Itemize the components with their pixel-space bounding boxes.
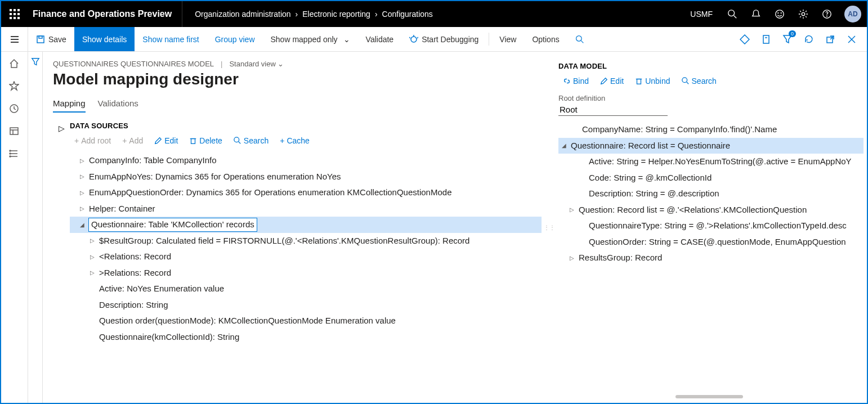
search-button[interactable]: Search (677, 75, 721, 87)
edit-button[interactable]: Edit (596, 75, 628, 87)
workspace-icon[interactable] (9, 126, 20, 137)
expand-icon[interactable]: ◢ (561, 141, 567, 150)
show-name-first-button[interactable]: Show name first (135, 27, 207, 51)
recent-icon[interactable] (9, 104, 20, 115)
tab-mapping[interactable]: Mapping (53, 98, 86, 113)
tree-node-label: Description: String (99, 299, 168, 312)
tree-node[interactable]: Description: String = @.description (558, 186, 863, 202)
expand-icon[interactable]: ▷ (79, 204, 86, 213)
expand-icon[interactable]: ▷ (79, 172, 86, 181)
svg-rect-7 (14, 17, 16, 19)
svg-rect-28 (763, 35, 769, 43)
close-icon[interactable] (842, 27, 861, 52)
options-menu[interactable]: Options (524, 27, 567, 51)
svg-rect-2 (17, 9, 20, 11)
expand-icon[interactable]: ◢ (79, 221, 86, 229)
svg-rect-21 (39, 36, 42, 38)
tree-node[interactable]: ▷ResultsGroup: Record (558, 250, 863, 266)
filter-icon[interactable] (31, 57, 40, 403)
tree-node[interactable]: ▷EnumAppNoYes: Dynamics 365 for Operatio… (70, 169, 542, 185)
expand-icon[interactable]: ▷ (569, 205, 575, 214)
tree-node[interactable]: Active: String = Helper.NoYesEnumToStrin… (558, 154, 863, 170)
company-code[interactable]: USMF (682, 10, 721, 19)
tree-node[interactable]: QuestionnaireType: String = @.'>Relation… (558, 218, 863, 234)
tree-node[interactable]: ▷$ResultGroup: Calculated field = FIRSTO… (70, 233, 542, 249)
cache-button[interactable]: +Cache (275, 134, 314, 147)
bell-icon[interactable] (744, 1, 768, 27)
modules-icon[interactable] (9, 149, 20, 160)
expand-icon[interactable]: ▷ (569, 254, 575, 262)
tree-node[interactable]: CompanyName: String = CompanyInfo.'find(… (558, 122, 863, 138)
tree-node[interactable]: ◢Questionnaire: Table 'KMCollection' rec… (70, 217, 542, 233)
search-command[interactable] (567, 27, 592, 51)
filter-count-badge: 0 (789, 30, 796, 37)
collapse-panel-icon[interactable]: ▷ (59, 124, 65, 133)
star-icon[interactable] (9, 81, 20, 92)
search-icon[interactable] (721, 1, 744, 27)
tree-node[interactable]: ▷EnumAppQuestionOrder: Dynamics 365 for … (70, 185, 542, 201)
tree-node[interactable]: Question order(questionMode): KMCollecti… (70, 313, 542, 329)
divider (489, 33, 489, 46)
expand-icon[interactable]: ▷ (89, 268, 96, 277)
breadcrumb-item[interactable]: Configurations (382, 10, 433, 19)
tree-node[interactable]: Code: String = @.kmCollectionId (558, 170, 863, 186)
view-menu[interactable]: View (491, 27, 524, 51)
attach-icon[interactable] (757, 27, 776, 52)
save-button[interactable]: Save (28, 27, 74, 51)
smile-icon[interactable] (768, 1, 791, 27)
splitter-handle[interactable]: ⋮⋮ (547, 52, 552, 403)
edit-button[interactable]: Edit (150, 134, 182, 147)
app-launcher[interactable] (1, 1, 28, 27)
avatar[interactable]: AD (844, 6, 861, 23)
help-icon[interactable] (815, 1, 839, 27)
add-root-button[interactable]: +Add root (70, 134, 115, 147)
tree-node[interactable]: ▷Question: Record list = @.'<Relations'.… (558, 202, 863, 218)
root-definition-value[interactable]: Root (558, 104, 668, 116)
add-button[interactable]: +Add (118, 134, 147, 147)
gear-icon[interactable] (791, 1, 815, 27)
expand-icon[interactable]: ▷ (79, 156, 86, 165)
filter-count-icon[interactable]: 0 (778, 27, 797, 52)
tree-node[interactable]: ▷<Relations: Record (70, 249, 542, 265)
svg-line-24 (409, 37, 410, 38)
tree-node[interactable]: ▷CompanyInfo: Table CompanyInfo (70, 152, 542, 169)
tree-node[interactable]: Description: String (70, 297, 542, 313)
show-mapped-only-dropdown[interactable]: Show mapped only⌄ (263, 27, 358, 51)
expand-icon[interactable]: ▷ (89, 253, 96, 261)
show-details-button[interactable]: Show details (74, 27, 135, 51)
breadcrumb-item[interactable]: Electronic reporting (302, 10, 370, 19)
unbind-button[interactable]: Unbind (630, 75, 674, 87)
group-view-button[interactable]: Group view (207, 27, 263, 51)
horizontal-scrollbar[interactable] (675, 395, 743, 398)
start-debugging-button[interactable]: Start Debugging (401, 27, 486, 51)
svg-line-51 (686, 82, 688, 84)
tree-node[interactable]: QuestionOrder: String = CASE(@.questionM… (558, 234, 863, 250)
refresh-icon[interactable] (799, 27, 818, 52)
svg-point-42 (10, 153, 11, 154)
diamond-icon[interactable] (735, 27, 754, 52)
tree-node[interactable]: ▷Helper: Container (70, 201, 542, 217)
tree-node[interactable]: Questionnaire(kmCollectionId): String (70, 329, 542, 345)
validate-button[interactable]: Validate (358, 27, 402, 51)
expand-icon[interactable]: ▷ (89, 236, 96, 245)
nav-toggle[interactable] (1, 27, 28, 51)
expand-icon[interactable]: ▷ (79, 188, 86, 197)
bind-button[interactable]: Bind (558, 75, 593, 87)
popout-icon[interactable] (821, 27, 840, 52)
tree-node-label: Question order(questionMode): KMCollecti… (99, 315, 396, 327)
delete-button[interactable]: Delete (185, 134, 226, 147)
tree-node-label: <Relations: Record (99, 250, 171, 263)
svg-point-50 (682, 78, 687, 83)
home-icon[interactable] (9, 59, 20, 70)
tree-node[interactable]: ▷>Relations: Record (70, 265, 542, 281)
breadcrumb-item[interactable]: Organization administration (195, 10, 290, 19)
tree-node-label: QuestionOrder: String = CASE(@.questionM… (589, 236, 846, 249)
tree-node-label: Active: NoYes Enumeration value (99, 282, 224, 295)
svg-rect-1 (14, 9, 16, 11)
view-selector[interactable]: Standard view ⌄ (229, 60, 284, 68)
search-button[interactable]: Search (229, 134, 273, 147)
tree-node[interactable]: ◢Questionnaire: Record list = Questionna… (558, 138, 863, 154)
tree-node[interactable]: Active: NoYes Enumeration value (70, 281, 542, 297)
chevron-right-icon: › (375, 10, 378, 19)
tab-validations[interactable]: Validations (98, 98, 138, 113)
